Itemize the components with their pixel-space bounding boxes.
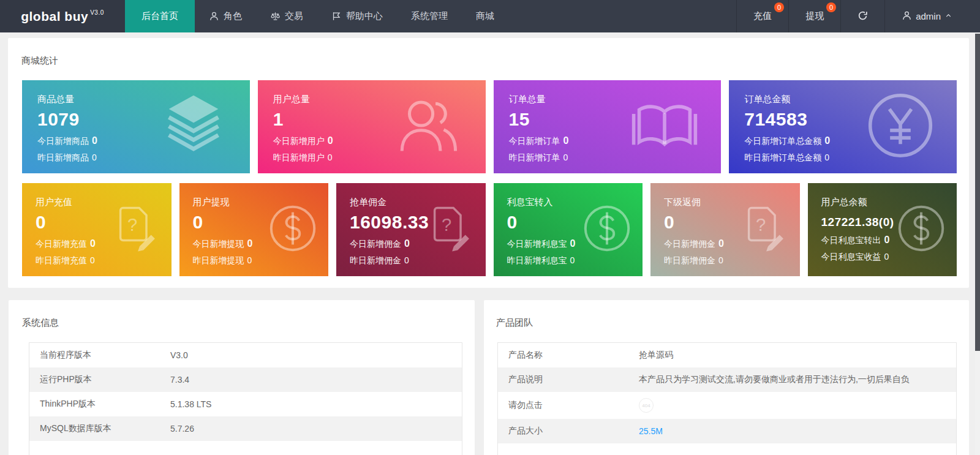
yen-icon bbox=[866, 91, 935, 162]
card-today-value: 0 bbox=[570, 238, 576, 249]
row-value: 5.1.38 LTS bbox=[170, 399, 211, 409]
nav-item-label: 交易 bbox=[285, 10, 303, 22]
card-today-value: 0 bbox=[824, 135, 830, 146]
stats-title: 商城统计 bbox=[8, 38, 969, 67]
card-yesterday-value: 0 bbox=[90, 255, 95, 265]
navbar-actions: 充值0提现0 bbox=[736, 0, 840, 32]
row-label: MySQL数据库版本 bbox=[29, 417, 163, 440]
card-yesterday-value: 0 bbox=[92, 152, 97, 162]
notification-badge: 0 bbox=[826, 2, 836, 12]
table-row-partial bbox=[29, 441, 462, 455]
nav-item-2[interactable]: 交易 bbox=[256, 0, 317, 32]
card-yesterday-value: 0 bbox=[247, 255, 252, 265]
row-label: ThinkPHP版本 bbox=[29, 393, 163, 416]
scrollbar-thumb[interactable] bbox=[975, 34, 980, 351]
card-today-value: 0 bbox=[564, 135, 569, 146]
table-row: ThinkPHP版本5.1.38 LTS bbox=[29, 392, 462, 416]
action-1[interactable]: 提现0 bbox=[788, 0, 840, 32]
user-menu[interactable]: admin bbox=[884, 0, 969, 32]
dollar-icon bbox=[897, 204, 946, 255]
card-today-value: 0 bbox=[90, 238, 96, 249]
scale-icon bbox=[270, 11, 281, 21]
vertical-scrollbar bbox=[975, 32, 980, 455]
username: admin bbox=[916, 11, 941, 21]
table-row: 产品大小25.5M bbox=[498, 419, 956, 443]
notification-badge: 0 bbox=[774, 2, 784, 12]
doc-icon: ? bbox=[740, 204, 789, 255]
table-row: 当前程序版本V3.0 bbox=[29, 343, 462, 367]
system-info-table: 当前程序版本V3.0运行PHP版本7.3.4ThinkPHP版本5.1.38 L… bbox=[29, 342, 462, 455]
stat-card: 订单总量15今日新增订单0昨日新增订单0 bbox=[494, 80, 722, 173]
card-today-value: 0 bbox=[247, 238, 253, 249]
action-label: 充值 bbox=[753, 10, 772, 22]
card-yesterday-value: 0 bbox=[824, 152, 829, 162]
svg-text:?: ? bbox=[755, 215, 765, 235]
nav-item-5[interactable]: 商城 bbox=[462, 0, 508, 32]
table-row-partial bbox=[498, 443, 956, 455]
card-yesterday-value: 0 bbox=[404, 255, 409, 265]
app-logo: global buy V3.0 bbox=[0, 0, 125, 32]
svg-text:?: ? bbox=[127, 215, 137, 235]
book-icon bbox=[630, 91, 699, 162]
row-label: 产品说明 bbox=[498, 368, 631, 391]
stats-row-2: 用户充值0今日新增充值0昨日新增充值0?用户提现0今日新增提现0昨日新增提现0抢… bbox=[22, 183, 957, 276]
card-yesterday-value: 0 bbox=[564, 152, 568, 162]
stat-card: 商品总量1079今日新增商品0昨日新增商品0 bbox=[22, 80, 250, 173]
system-info-panel: 系统信息 当前程序版本V3.0运行PHP版本7.3.4ThinkPHP版本5.1… bbox=[9, 300, 475, 455]
action-0[interactable]: 充值0 bbox=[736, 0, 788, 32]
action-label: 提现 bbox=[805, 10, 824, 22]
card-yesterday-line: 昨日新增佣金0 bbox=[664, 255, 800, 266]
stats-panel: 商城统计 商品总量1079今日新增商品0昨日新增商品0用户总量1今日新增用户0昨… bbox=[8, 38, 969, 288]
stat-card: 订单总金额714583今日新增订单总金额0昨日新增订单总金额0 bbox=[729, 80, 957, 173]
stat-card: 抢单佣金16098.33今日新增佣金0昨日新增佣金0? bbox=[336, 183, 486, 276]
product-team-panel: 产品团队 产品名称抢单源码产品说明本产品只为学习测试交流,请勿要做商业或者用于违… bbox=[484, 300, 969, 455]
doc-icon: ? bbox=[111, 204, 160, 255]
nav-item-label: 商城 bbox=[476, 10, 494, 22]
nav-item-0[interactable]: 后台首页 bbox=[125, 0, 195, 32]
card-yesterday-value: 0 bbox=[718, 255, 723, 265]
row-label: 产品大小 bbox=[498, 419, 631, 443]
card-yesterday-line: 昨日新增佣金0 bbox=[350, 255, 486, 266]
system-info-title: 系统信息 bbox=[9, 300, 475, 329]
table-row: 产品名称抢单源码 bbox=[498, 343, 956, 367]
row-value: V3.0 bbox=[170, 350, 188, 360]
svg-text:?: ? bbox=[441, 215, 451, 235]
nav-item-label: 后台首页 bbox=[141, 10, 178, 22]
refresh-icon bbox=[858, 10, 868, 23]
row-value: 7.3.4 bbox=[170, 375, 189, 385]
product-team-table: 产品名称抢单源码产品说明本产品只为学习测试交流,请勿要做商业或者用于违法行为,一… bbox=[497, 342, 957, 455]
stat-card: 用户总量1今日新增用户0昨日新增用户0 bbox=[258, 80, 486, 173]
card-yesterday-line: 昨日新增利息宝0 bbox=[507, 255, 643, 266]
table-row: 运行PHP版本7.3.4 bbox=[29, 367, 462, 392]
nav-item-label: 角色 bbox=[224, 10, 242, 22]
do-not-click-badge[interactable]: 404 bbox=[639, 398, 654, 413]
dollar-icon bbox=[582, 204, 631, 255]
layers-icon bbox=[159, 91, 228, 162]
row-label: 当前程序版本 bbox=[29, 344, 163, 367]
table-row: MySQL数据库版本5.7.26 bbox=[29, 416, 462, 441]
stat-card: 用户总余额127221.38(0)今日利息宝转出0今日利息宝收益0 bbox=[808, 183, 957, 276]
nav-item-3[interactable]: 帮助中心 bbox=[317, 0, 397, 32]
dollar-icon bbox=[268, 204, 317, 255]
refresh-button[interactable] bbox=[840, 0, 884, 32]
row-value: 5.7.26 bbox=[170, 424, 194, 434]
nav-item-1[interactable]: 角色 bbox=[195, 0, 256, 32]
card-today-value: 0 bbox=[884, 235, 890, 245]
row-value: 抢单源码 bbox=[639, 350, 673, 359]
card-yesterday-value: 0 bbox=[328, 152, 333, 162]
flag-icon bbox=[331, 11, 342, 21]
app-version: V3.0 bbox=[90, 9, 104, 16]
row-label: 运行PHP版本 bbox=[29, 368, 163, 391]
card-today-value: 0 bbox=[404, 238, 410, 249]
card-yesterday-line: 昨日新增充值0 bbox=[36, 255, 172, 266]
stat-card: 利息宝转入0今日新增利息宝0昨日新增利息宝0 bbox=[494, 183, 643, 276]
table-row: 产品说明本产品只为学习测试交流,请勿要做商业或者用于违法行为,一切后果自负 bbox=[498, 367, 956, 392]
stats-row-1: 商品总量1079今日新增商品0昨日新增商品0用户总量1今日新增用户0昨日新增用户… bbox=[22, 80, 957, 173]
card-today-value: 0 bbox=[92, 135, 97, 146]
row-value-link[interactable]: 25.5M bbox=[639, 426, 663, 436]
row-value: 本产品只为学习测试交流,请勿要做商业或者用于违法行为,一切后果自负 bbox=[639, 374, 910, 384]
table-row: 请勿点击404 bbox=[498, 392, 956, 419]
product-team-title: 产品团队 bbox=[484, 300, 969, 329]
doc-icon: ? bbox=[426, 204, 475, 255]
nav-item-4[interactable]: 系统管理 bbox=[397, 0, 462, 32]
